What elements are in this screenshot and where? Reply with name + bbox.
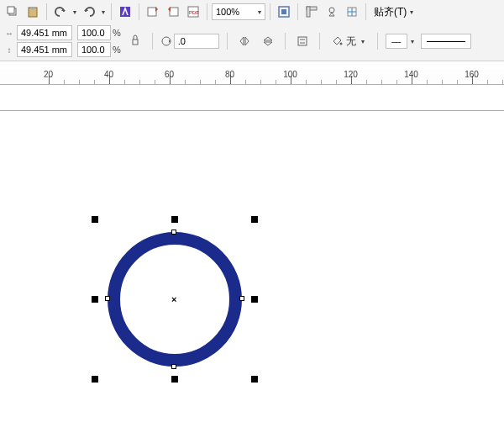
ruler-label: 60 (165, 70, 174, 79)
ruler-minor-tick (457, 80, 458, 84)
svg-point-13 (329, 8, 334, 13)
redo-button[interactable] (80, 3, 98, 21)
svg-rect-10 (281, 9, 286, 14)
redo-dropdown[interactable]: ▾ (100, 8, 107, 16)
chevron-down-icon: ▾ (408, 8, 415, 16)
shape-node-top[interactable] (171, 230, 176, 235)
zoom-input[interactable]: 100% ▾ (212, 3, 265, 20)
scale-y-input[interactable] (77, 42, 111, 57)
ruler-label: 140 (404, 70, 418, 79)
percent-label: % (113, 45, 121, 55)
fill-bucket-icon (331, 34, 343, 49)
mirror-horizontal-button[interactable] (235, 32, 254, 50)
undo-dropdown[interactable]: ▾ (71, 8, 78, 16)
fill-value: 无 (346, 34, 356, 49)
undo-button[interactable] (51, 3, 70, 21)
main-toolbar: ▾ ▾ PDF 100% ▾ (0, 0, 504, 24)
divider (285, 33, 286, 50)
paste-button[interactable] (24, 3, 42, 21)
divider (297, 3, 298, 20)
toolbar-area: ▾ ▾ PDF 100% ▾ (0, 0, 504, 61)
svg-rect-0 (9, 8, 16, 15)
ruler-minor-tick (336, 80, 337, 84)
ruler-minor-tick (396, 80, 397, 84)
lock-ratio-button[interactable] (126, 32, 144, 50)
object-scale-group: % % (77, 25, 121, 57)
svg-rect-9 (279, 7, 289, 17)
resize-handle-mr[interactable] (251, 296, 258, 303)
ruler-minor-tick (64, 80, 65, 84)
wrap-text-button[interactable] (293, 32, 312, 50)
divider (270, 3, 270, 20)
ruler-minor-tick (200, 80, 201, 84)
resize-handle-bc[interactable] (171, 376, 178, 383)
zoom-dropdown-icon: ▾ (258, 8, 261, 16)
canvas[interactable]: × (0, 85, 504, 438)
height-dim-icon: ↕ (3, 44, 15, 55)
stroke-style-preview (421, 34, 471, 49)
show-rulers-button[interactable] (302, 3, 321, 21)
object-width-input[interactable] (17, 25, 72, 40)
divider (139, 3, 139, 20)
scale-x-input[interactable] (77, 25, 111, 40)
chevron-down-icon: ▾ (360, 38, 366, 45)
ruler-minor-tick (155, 80, 155, 84)
shape-node-bottom[interactable] (171, 364, 176, 369)
stroke-style-control[interactable] (421, 34, 471, 49)
show-guides-button[interactable] (343, 3, 361, 21)
mirror-vertical-button[interactable] (259, 32, 277, 50)
copy-button[interactable] (3, 3, 22, 21)
stroke-width-value: — (386, 34, 407, 49)
svg-rect-19 (298, 37, 307, 45)
divider (46, 3, 47, 20)
fill-control[interactable]: 无 ▾ (328, 34, 370, 49)
stroke-width-control[interactable]: — ▾ (386, 34, 416, 49)
svg-rect-17 (133, 40, 138, 45)
resize-handle-tc[interactable] (171, 216, 178, 223)
property-bar: ↔ ↕ % % (0, 24, 504, 61)
resize-handle-ml[interactable] (92, 296, 98, 303)
shape-node-left[interactable] (105, 296, 110, 301)
ruler-minor-tick (139, 80, 140, 84)
publish-pdf-button[interactable]: PDF (184, 3, 202, 21)
show-grid-button[interactable] (323, 3, 341, 21)
ruler-minor-tick (306, 80, 307, 84)
rotation-input[interactable] (174, 34, 219, 49)
ruler-minor-tick (185, 80, 186, 84)
percent-label: % (113, 28, 121, 38)
export-button[interactable] (164, 3, 182, 21)
ruler-label: 120 (344, 70, 358, 79)
svg-rect-1 (8, 7, 14, 13)
shape-node-right[interactable] (239, 296, 244, 301)
resize-handle-tl[interactable] (92, 216, 98, 223)
svg-text:PDF: PDF (189, 10, 199, 15)
import-button[interactable] (144, 3, 162, 21)
ruler-minor-tick (487, 80, 488, 84)
object-size-group: ↔ ↕ (3, 25, 72, 57)
rotate-icon (160, 35, 172, 47)
ruler-label: 80 (225, 70, 234, 79)
snap-label: 贴齐(T) (374, 5, 407, 19)
snap-to-button[interactable]: 贴齐(T) ▾ (370, 3, 418, 21)
page-edge (0, 110, 504, 111)
ruler-label: 20 (44, 70, 53, 79)
svg-rect-6 (170, 8, 178, 16)
svg-rect-14 (348, 8, 356, 16)
chevron-down-icon: ▾ (409, 38, 416, 45)
fullscreen-button[interactable] (275, 3, 293, 21)
svg-rect-2 (29, 8, 37, 17)
ruler-minor-tick (260, 80, 261, 84)
divider (152, 33, 153, 50)
ruler-minor-tick (124, 80, 125, 84)
resize-handle-br[interactable] (251, 376, 258, 383)
ruler-minor-tick (381, 80, 382, 84)
ruler-minor-tick (245, 80, 246, 84)
object-height-input[interactable] (17, 42, 72, 57)
horizontal-ruler[interactable]: 20406080100120140160 (0, 70, 504, 85)
divider (365, 3, 366, 20)
app-launcher-button[interactable] (116, 3, 134, 21)
divider (207, 3, 207, 20)
resize-handle-tr[interactable] (251, 216, 258, 223)
resize-handle-bl[interactable] (92, 376, 98, 383)
divider (227, 33, 228, 50)
